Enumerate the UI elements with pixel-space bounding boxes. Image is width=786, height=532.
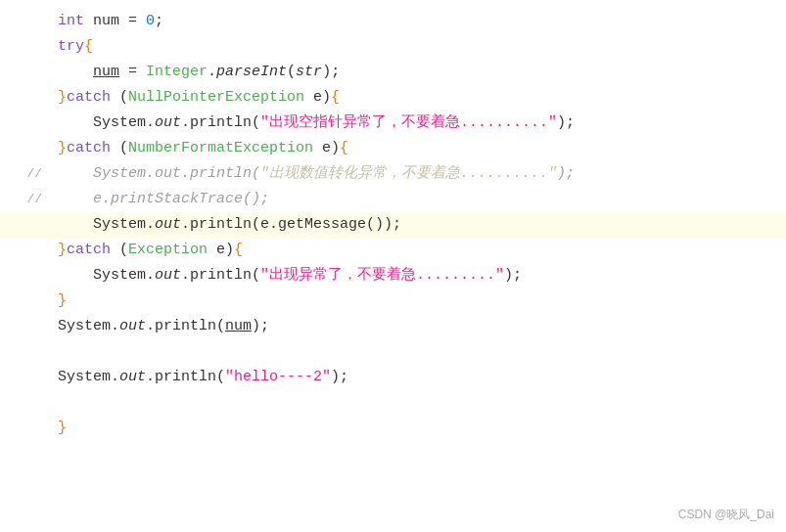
line-code-12: } xyxy=(54,289,786,313)
line-code-13: System.out.println(num); xyxy=(54,315,786,338)
line-code-7: System.out.println("出现数值转化异常，不要着急.......… xyxy=(54,162,786,186)
code-line-17: } xyxy=(0,417,786,442)
line-code-4: }catch (NullPointerException e){ xyxy=(54,86,786,110)
code-line-2: try{ xyxy=(0,35,786,61)
code-line-9: System.out.println(e.getMessage()); xyxy=(0,213,786,239)
code-line-1: int num = 0; xyxy=(0,10,786,35)
code-line-13: System.out.println(num); xyxy=(0,315,786,340)
line-code-1: int num = 0; xyxy=(54,10,786,33)
code-line-12: } xyxy=(0,289,786,315)
code-editor: int num = 0; try{ num = Integer.parseInt… xyxy=(0,0,786,532)
code-line-15: System.out.println("hello----2"); xyxy=(0,366,786,391)
code-line-10: }catch (Exception e){ xyxy=(0,239,786,264)
code-line-6: }catch (NumberFormatException e){ xyxy=(0,137,786,162)
line-code-6: }catch (NumberFormatException e){ xyxy=(54,137,786,160)
code-line-5: System.out.println("出现空指针异常了，不要着急.......… xyxy=(0,111,786,137)
code-line-14 xyxy=(0,340,786,366)
line-code-15: System.out.println("hello----2"); xyxy=(54,366,786,389)
code-line-11: System.out.println("出现异常了，不要着急........."… xyxy=(0,264,786,289)
gutter-8: // xyxy=(0,190,54,210)
line-code-5: System.out.println("出现空指针异常了，不要着急.......… xyxy=(54,111,786,135)
line-code-11: System.out.println("出现异常了，不要着急........."… xyxy=(54,264,786,288)
code-line-4: }catch (NullPointerException e){ xyxy=(0,86,786,111)
line-code-9: System.out.println(e.getMessage()); xyxy=(54,213,786,237)
code-line-16 xyxy=(0,391,786,417)
line-code-17: } xyxy=(54,417,786,440)
gutter-7: // xyxy=(0,164,54,185)
line-code-10: }catch (Exception e){ xyxy=(54,239,786,262)
line-code-16 xyxy=(54,391,786,415)
line-code-14 xyxy=(54,340,786,364)
line-code-8: e.printStackTrace(); xyxy=(54,188,786,211)
code-line-7: // System.out.println("出现数值转化异常，不要着急....… xyxy=(0,162,786,188)
watermark: CSDN @晓风_Dai xyxy=(678,506,774,524)
line-code-3: num = Integer.parseInt(str); xyxy=(54,61,786,84)
line-code-2: try{ xyxy=(54,35,786,59)
code-line-3: num = Integer.parseInt(str); xyxy=(0,61,786,86)
code-line-8: // e.printStackTrace(); xyxy=(0,188,786,213)
